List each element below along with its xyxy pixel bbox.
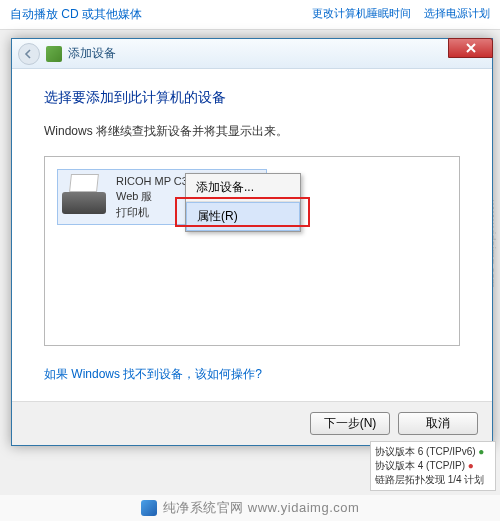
dialog-title: 添加设备 <box>68 45 116 62</box>
stray-network-panel: 协议版本 6 (TCP/IPv6) ● 协议版本 4 (TCP/IP) ● 链路… <box>370 441 496 491</box>
watermark-bar: 纯净系统官网 www.yidaimg.com <box>0 495 500 521</box>
bg-right-links: 更改计算机睡眠时间 选择电源计划 <box>302 6 490 21</box>
stray-row-2: 协议版本 4 (TCP/IP) ● <box>375 459 491 473</box>
bg-sleep-link[interactable]: 更改计算机睡眠时间 <box>312 7 411 19</box>
ctx-properties[interactable]: 属性(R) <box>186 202 300 231</box>
bg-autoplay-link[interactable]: 自动播放 CD 或其他媒体 <box>0 0 152 29</box>
next-button-label: 下一步(N) <box>324 415 377 432</box>
cancel-button-label: 取消 <box>426 415 450 432</box>
watermark-text: 纯净系统官网 www.yidaimg.com <box>163 499 360 517</box>
bg-power-link[interactable]: 选择电源计划 <box>424 7 490 19</box>
background-toolbar: 自动播放 CD 或其他媒体 更改计算机睡眠时间 选择电源计划 <box>0 0 500 30</box>
button-row: 下一步(N) 取消 <box>12 401 492 445</box>
add-device-dialog: 添加设备 选择要添加到此计算机的设备 Windows 将继续查找新设备并将其显示… <box>11 38 493 446</box>
watermark-logo-icon <box>141 500 157 516</box>
stray-row-1: 协议版本 6 (TCP/IPv6) ● <box>375 445 491 459</box>
printer-icon <box>62 174 106 214</box>
back-button[interactable] <box>18 43 40 65</box>
close-button[interactable] <box>448 38 493 58</box>
device-list: RICOH MP C3503 Web 服 打印机 添加设备... 属性(R) <box>44 156 460 346</box>
stray-row-3: 链路层拓扑发现 1/4 计划 <box>375 473 491 487</box>
help-link[interactable]: 如果 Windows 找不到设备，该如何操作? <box>44 366 262 383</box>
ctx-add-device[interactable]: 添加设备... <box>186 174 300 202</box>
cancel-button[interactable]: 取消 <box>398 412 478 435</box>
arrow-left-icon <box>24 49 34 59</box>
titlebar: 添加设备 <box>12 39 492 69</box>
dialog-body: 选择要添加到此计算机的设备 Windows 将继续查找新设备并将其显示出来。 R… <box>12 69 492 393</box>
dialog-heading: 选择要添加到此计算机的设备 <box>44 89 460 107</box>
context-menu: 添加设备... 属性(R) <box>185 173 301 232</box>
device-icon <box>46 46 62 62</box>
next-button[interactable]: 下一步(N) <box>310 412 390 435</box>
close-icon <box>466 43 476 53</box>
dialog-subtext: Windows 将继续查找新设备并将其显示出来。 <box>44 123 460 140</box>
